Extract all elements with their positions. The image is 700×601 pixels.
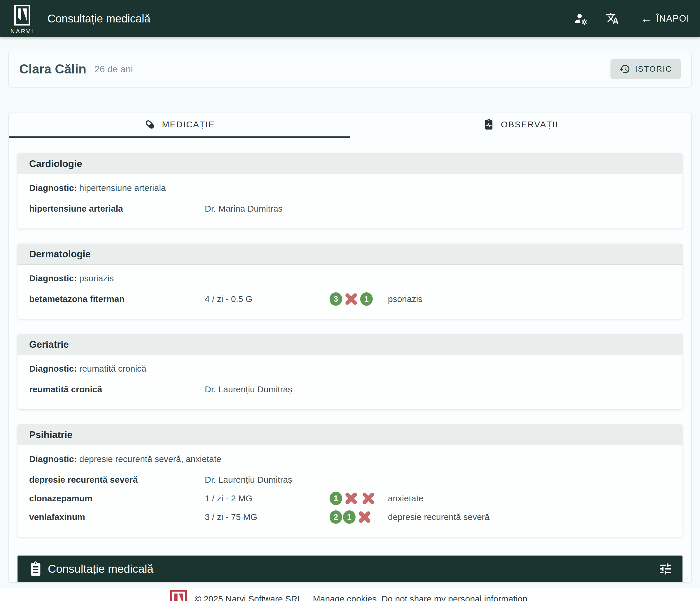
back-arrow-icon: ← bbox=[641, 13, 653, 25]
section-header: Geriatrie bbox=[18, 334, 682, 355]
badge-group: 31 bbox=[330, 291, 385, 307]
narvi-logo-icon bbox=[14, 3, 30, 27]
section-body: Diagnostic: hipertensiune arteriala hipe… bbox=[18, 174, 682, 229]
medication-name: clonazepamum bbox=[29, 493, 201, 503]
tune-icon[interactable] bbox=[658, 561, 673, 576]
section-body: Diagnostic: reumatită cronică reumatită … bbox=[18, 355, 682, 409]
diagnostic-line: Diagnostic: psoriazis bbox=[29, 273, 671, 285]
medication-name: betametazona fiterman bbox=[29, 294, 201, 304]
diagnostic-label: Diagnostic: bbox=[29, 364, 77, 373]
condition-label: psoriazis bbox=[385, 294, 671, 304]
page-footer: © 2025 Narvi Software SRL. Manage cookie… bbox=[0, 587, 700, 601]
medication-detail: 1 / zi - 2 MG bbox=[201, 493, 330, 503]
clipboard-icon bbox=[27, 561, 44, 577]
medication-detail: Dr. Marina Dumitras bbox=[201, 204, 330, 214]
user-settings-icon[interactable] bbox=[573, 11, 589, 26]
condition-label: depresie recurentă severă bbox=[385, 512, 671, 522]
count-badge: 1 bbox=[343, 511, 355, 524]
section-title: Dermatologie bbox=[29, 249, 91, 260]
section-body: Diagnostic: depresie recurentă severă, a… bbox=[18, 445, 682, 537]
count-badge: 1 bbox=[330, 492, 342, 505]
diagnostic-line: Diagnostic: hipertensiune arteriala bbox=[29, 183, 671, 194]
medication-row: hipertensiune arteriala Dr. Marina Dumit… bbox=[29, 199, 671, 218]
tab-medication[interactable]: MEDICAȚIE bbox=[9, 112, 350, 138]
specialty-section: Cardiologie Diagnostic: hipertensiune ar… bbox=[18, 153, 682, 229]
section-title: Psihiatrie bbox=[29, 429, 73, 440]
back-button[interactable]: ← ÎNAPOI bbox=[641, 13, 690, 25]
section-title: Geriatrie bbox=[29, 339, 69, 350]
tab-medication-label: MEDICAȚIE bbox=[162, 120, 215, 129]
conflict-x-icon bbox=[356, 509, 373, 525]
medication-name: reumatită cronică bbox=[29, 385, 201, 394]
history-button-label: ISTORIC bbox=[635, 65, 672, 74]
narvi-logo: NARVI bbox=[10, 3, 34, 35]
back-label: ÎNAPOI bbox=[656, 14, 690, 24]
consultation-panel-header[interactable]: Consultație medicală bbox=[18, 555, 682, 582]
history-button[interactable]: ISTORIC bbox=[610, 59, 681, 79]
medication-row: betametazona fiterman 4 / zi - 0.5 G 31 … bbox=[29, 290, 671, 308]
medication-name: venlafaxinum bbox=[29, 512, 201, 522]
tab-observations-label: OBSERVAȚII bbox=[501, 120, 558, 129]
count-badge: 1 bbox=[360, 292, 373, 306]
history-icon bbox=[619, 63, 630, 75]
medication-rows: depresie recurentă severă Dr. Laurențiu … bbox=[29, 470, 671, 526]
specialty-section: Psihiatrie Diagnostic: depresie recurent… bbox=[18, 424, 682, 537]
section-header: Psihiatrie bbox=[18, 424, 682, 445]
section-header: Cardiologie bbox=[18, 153, 682, 174]
condition-label: anxietate bbox=[385, 493, 671, 503]
tab-bar: MEDICAȚIE OBSERVAȚII bbox=[9, 112, 691, 138]
copyright-text: © 2025 Narvi Software SRL. bbox=[195, 594, 305, 601]
diagnostic-value: reumatită cronică bbox=[77, 364, 146, 373]
medication-row: venlafaxinum 3 / zi - 75 MG 21 depresie … bbox=[29, 508, 671, 526]
panel-title: Consultație medicală bbox=[48, 563, 153, 575]
brand-name: NARVI bbox=[10, 28, 34, 35]
clipboard-pulse-icon bbox=[483, 118, 495, 131]
badge-group: 1 bbox=[330, 490, 385, 506]
narvi-footer-logo bbox=[170, 590, 187, 601]
diagnostic-value: depresie recurentă severă, anxietate bbox=[77, 454, 221, 464]
medication-name: hipertensiune arteriala bbox=[29, 204, 201, 214]
conflict-x-icon bbox=[343, 291, 359, 307]
app-header: NARVI Consultație medicală ← ÎNAPOI bbox=[0, 0, 700, 37]
medication-detail: Dr. Laurențiu Dumitraș bbox=[201, 475, 330, 485]
page-title: Consultație medicală bbox=[48, 12, 150, 25]
consultation-card: MEDICAȚIE OBSERVAȚII Cardiologie Diagnos… bbox=[9, 112, 691, 582]
medication-rows: hipertensiune arteriala Dr. Marina Dumit… bbox=[29, 199, 671, 218]
medication-detail: 3 / zi - 75 MG bbox=[201, 512, 330, 522]
sections: Cardiologie Diagnostic: hipertensiune ar… bbox=[9, 138, 691, 537]
medication-name: depresie recurentă severă bbox=[29, 475, 201, 485]
count-badge: 2 bbox=[330, 511, 342, 524]
pill-icon bbox=[144, 118, 156, 131]
specialty-section: Dermatologie Diagnostic: psoriazis betam… bbox=[18, 244, 682, 319]
diagnostic-label: Diagnostic: bbox=[29, 454, 77, 464]
patient-card: Clara Călin 26 de ani ISTORIC bbox=[9, 51, 691, 87]
translate-icon[interactable] bbox=[605, 11, 620, 26]
diagnostic-label: Diagnostic: bbox=[29, 273, 77, 283]
patient-age: 26 de ani bbox=[95, 64, 133, 75]
diagnostic-value: hipertensiune arteriala bbox=[77, 183, 166, 193]
manage-cookies-link[interactable]: Manage cookies. Do not share my personal… bbox=[313, 594, 530, 601]
medication-row: clonazepamum 1 / zi - 2 MG 1 anxietate bbox=[29, 489, 671, 508]
medication-detail: 4 / zi - 0.5 G bbox=[201, 294, 330, 304]
count-badge: 3 bbox=[330, 292, 342, 306]
diagnostic-value: psoriazis bbox=[77, 273, 114, 283]
medication-rows: betametazona fiterman 4 / zi - 0.5 G 31 … bbox=[29, 290, 671, 308]
diagnostic-line: Diagnostic: reumatită cronică bbox=[29, 364, 671, 375]
badge-group: 21 bbox=[330, 509, 385, 525]
diagnostic-line: Diagnostic: depresie recurentă severă, a… bbox=[29, 454, 671, 465]
section-header: Dermatologie bbox=[18, 244, 682, 265]
medication-row: reumatită cronică Dr. Laurențiu Dumitraș bbox=[29, 380, 671, 399]
conflict-x-icon bbox=[360, 490, 377, 506]
medication-rows: reumatită cronică Dr. Laurențiu Dumitraș bbox=[29, 380, 671, 399]
medication-row: depresie recurentă severă Dr. Laurențiu … bbox=[29, 470, 671, 489]
section-body: Diagnostic: psoriazis betametazona fiter… bbox=[18, 265, 682, 319]
diagnostic-label: Diagnostic: bbox=[29, 183, 77, 193]
section-title: Cardiologie bbox=[29, 158, 82, 169]
main-content: Clara Călin 26 de ani ISTORIC MEDICAȚIE bbox=[0, 37, 700, 582]
conflict-x-icon bbox=[343, 490, 359, 506]
medication-detail: Dr. Laurențiu Dumitraș bbox=[201, 385, 330, 394]
patient-name: Clara Călin bbox=[19, 62, 86, 76]
tab-observations[interactable]: OBSERVAȚII bbox=[350, 112, 691, 138]
specialty-section: Geriatrie Diagnostic: reumatită cronică … bbox=[18, 334, 682, 409]
